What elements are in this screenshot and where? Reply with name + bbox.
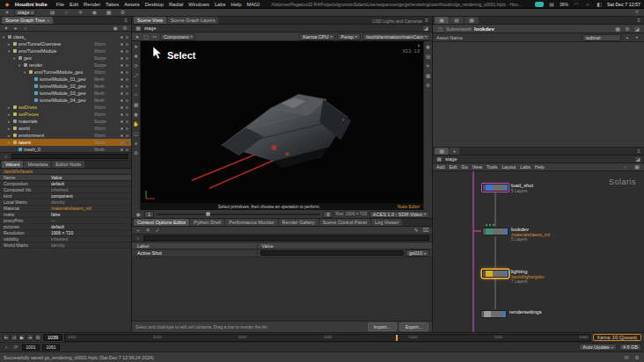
details-tab[interactable]: Values (2, 161, 23, 168)
viewport-side-icon[interactable]: ◉ (425, 43, 432, 51)
network-menu-item[interactable]: Edit (449, 164, 457, 170)
audio-icon[interactable]: ♪ (3, 344, 10, 351)
visibility-dot[interactable] (121, 141, 123, 144)
viewport-tool-icon[interactable]: ≡ (133, 140, 140, 148)
menu-item[interactable]: MAGI (246, 2, 260, 7)
lasso-pick-icon[interactable]: ✂ (151, 33, 158, 40)
menu-item[interactable]: Edit (70, 2, 78, 7)
menu-item[interactable]: Takes (106, 2, 119, 7)
visibility-dot[interactable] (121, 127, 123, 130)
message-log-icon[interactable]: ✉ (623, 354, 630, 361)
transport-button[interactable]: ▶ (18, 334, 26, 341)
node-shape[interactable] (480, 310, 507, 318)
tab-details[interactable]: ▤ (450, 17, 464, 24)
grid-icon[interactable]: ▦ (633, 163, 640, 170)
stepper-down-icon[interactable]: ▼ (633, 34, 640, 41)
tree-row[interactable]: ▸ environment Xform (0, 132, 131, 139)
viewport-tool-icon[interactable]: ▢ (133, 130, 140, 138)
pane-menu-icon[interactable]: ≡ (423, 17, 430, 24)
edit-icon[interactable]: ✎ (413, 227, 420, 234)
option-value-dropdown[interactable]: gs010 ▾ (406, 250, 429, 257)
node-body[interactable] (493, 228, 505, 235)
activation-dot[interactable] (126, 85, 128, 88)
details-tab[interactable]: Metadata (24, 161, 51, 168)
tree-row[interactable]: ▸ materials Scope (0, 118, 131, 125)
current-frame-field[interactable]: 1039 (43, 334, 62, 341)
visibility-dot[interactable] (121, 106, 123, 109)
property-row[interactable]: visibility inherited (0, 236, 131, 243)
import-button[interactable]: Import... (368, 322, 397, 331)
property-row[interactable]: purpose default (0, 224, 131, 230)
network-menu-item[interactable]: Help (535, 164, 545, 170)
visibility-dot[interactable] (121, 57, 123, 60)
details-col-value[interactable]: Value (51, 175, 131, 180)
visibility-dot[interactable] (121, 134, 123, 137)
recording-indicator[interactable] (535, 2, 544, 7)
property-row[interactable]: Computed Vis inherited (0, 187, 131, 193)
renderer-dropdown[interactable]: Karma CPU ▾ (299, 33, 335, 40)
context-tab[interactable]: Performance Monitor (225, 219, 277, 226)
pin-icon[interactable]: ◪ (422, 25, 429, 32)
selection-kind-dropdown[interactable]: Component ▾ (160, 33, 195, 40)
visibility-dot[interactable] (121, 78, 123, 81)
node-body[interactable] (493, 185, 505, 191)
tree-row[interactable]: tunnelModule_03_geo Mesh (0, 90, 131, 97)
activation-dot[interactable] (126, 113, 128, 116)
colorspace-dropdown[interactable]: ACES 1.0 - SDR Video ▾ (370, 211, 429, 218)
visibility-dot[interactable] (121, 43, 123, 46)
network-canvas[interactable]: Solaris load_shot (433, 171, 644, 332)
col-label[interactable]: Label (132, 243, 258, 249)
visibility-dot[interactable] (121, 99, 123, 102)
frame-a-field[interactable]: 1 (144, 211, 154, 218)
property-row[interactable]: Resolution 1906 × 720 (0, 230, 131, 236)
network-menu-item[interactable]: Go (462, 164, 468, 170)
viewport-tool-icon[interactable]: ➤ (133, 43, 140, 51)
timeline-ruler[interactable]: 1001101010201030104010501060 (64, 334, 591, 342)
context-tab[interactable]: Python Shell (190, 219, 224, 226)
property-row[interactable]: kind component (0, 193, 131, 199)
viewport-tool-icon[interactable]: ⤢ (133, 72, 140, 80)
network-menu-item[interactable]: Add (436, 164, 444, 170)
keyboard-status-icon[interactable]: ▤ (548, 1, 555, 8)
context-option-row[interactable]: Active Shot gs010 ▾ (132, 250, 432, 257)
visibility-dot[interactable] (121, 36, 123, 39)
visibility-dot[interactable] (121, 113, 123, 116)
status-settings-icon[interactable]: ⚙ (633, 354, 640, 361)
node-display-flag[interactable] (505, 271, 508, 277)
range-start-field[interactable]: 1001 (22, 344, 40, 351)
range-end-field[interactable]: 1061 (42, 344, 60, 351)
activation-dot[interactable] (126, 57, 128, 60)
spotlight-search-icon[interactable]: ⌕ (584, 1, 591, 8)
network-menu-item[interactable]: Tools (487, 164, 497, 170)
details-tab[interactable]: Editor Node (52, 161, 84, 168)
viewport-tool-icon[interactable]: ✥ (133, 53, 140, 61)
visibility-dot[interactable] (121, 85, 123, 88)
add-option-icon[interactable]: + (135, 227, 142, 234)
pane-menu-icon[interactable]: ≡ (122, 17, 129, 24)
node-name-header[interactable]: lookdev (474, 26, 494, 32)
tree-row[interactable]: ▾ env/TunnelModule_geo Xform (0, 69, 131, 76)
tree-row[interactable]: ▾ env/TunnelModule Xform (0, 47, 131, 54)
box-pick-icon[interactable]: ▢ (143, 33, 150, 40)
activation-dot[interactable] (126, 43, 128, 46)
tree-row[interactable]: ▾ lasers Xform (0, 139, 131, 146)
camera-dropdown[interactable]: /world/animation/mainCam ▾ (362, 33, 430, 40)
activation-dot[interactable] (126, 78, 128, 81)
activation-dot[interactable] (126, 120, 128, 123)
menu-item[interactable]: File (56, 2, 64, 7)
network-menu-item[interactable]: Labs (520, 164, 531, 170)
visibility-dot[interactable] (121, 71, 123, 74)
network-path[interactable]: stage (445, 156, 457, 162)
activation-dot[interactable] (126, 106, 128, 109)
center-tab[interactable]: Scene Graph Layers (167, 17, 218, 24)
shelf-tool-icon[interactable]: ⌕ (62, 9, 70, 16)
visibility-dot[interactable] (121, 120, 123, 123)
tree-row[interactable]: mesh_0 Mesh (0, 146, 131, 153)
tab-scene-graph-tree[interactable]: Scene Graph Tree ✕ (2, 17, 53, 24)
viewport-side-icon[interactable]: ☀ (425, 62, 432, 70)
menu-item[interactable]: Help (231, 2, 241, 7)
shelf-tool-icon[interactable]: ✛ (77, 9, 84, 16)
tree-row[interactable]: ▾ geo Scope (0, 54, 131, 62)
node-shape[interactable] (482, 270, 509, 278)
activation-dot[interactable] (126, 148, 128, 151)
